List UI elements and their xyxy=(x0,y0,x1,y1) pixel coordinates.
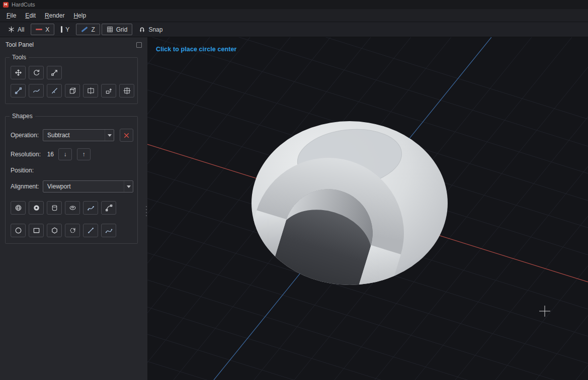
resolution-row: Resolution: 16 ↓ ↑ xyxy=(11,148,133,160)
operation-row: Operation: Subtract xyxy=(11,129,133,142)
alignment-value: Viewport xyxy=(43,183,124,190)
viewport-3d[interactable]: Click to place circle center xyxy=(147,37,588,380)
loop-cut-icon xyxy=(123,87,131,94)
window-title: HardCuts xyxy=(12,2,35,8)
y-axis-icon xyxy=(61,26,62,33)
toolbar-z-label: Z xyxy=(91,26,95,33)
move-icon xyxy=(15,69,22,76)
alignment-select-arrow[interactable] xyxy=(124,181,133,192)
resolution-label: Resolution: xyxy=(11,151,43,158)
menu-render[interactable]: Render xyxy=(40,10,69,21)
title-bar: H HardCuts xyxy=(0,0,588,9)
knife-icon xyxy=(51,87,58,94)
toolbar-all-button[interactable]: All xyxy=(3,24,29,35)
shapes-row-2 xyxy=(11,224,133,237)
tool-mirror-button[interactable] xyxy=(83,84,98,98)
tools-group-label: Tools xyxy=(10,54,29,61)
tools-group: Tools xyxy=(5,57,138,104)
rectangle-icon xyxy=(33,227,40,234)
chevron-down-icon xyxy=(127,185,131,188)
toolbar-y-label: Y xyxy=(65,26,69,33)
shape-circle-button[interactable] xyxy=(11,224,26,237)
curve-points-icon xyxy=(87,204,95,212)
cube-icon xyxy=(69,87,76,94)
cylinder-icon xyxy=(51,204,58,212)
menu-edit[interactable]: Edit xyxy=(21,10,40,21)
extrude-icon xyxy=(105,87,113,94)
resolution-decrease-button[interactable]: ↓ xyxy=(58,148,72,160)
tool-scale-button[interactable] xyxy=(47,66,62,79)
tool-panel-title: Tool Panel xyxy=(6,41,34,48)
model-mesh xyxy=(233,121,448,330)
grid-icon xyxy=(107,26,113,33)
shape-arc-button[interactable] xyxy=(101,201,116,215)
menu-bar: File Edit Render Help xyxy=(0,9,588,22)
position-row: Position: xyxy=(11,167,133,174)
resolution-value: 16 xyxy=(43,151,54,158)
tools-row-2 xyxy=(11,84,133,98)
resolution-increase-button[interactable]: ↑ xyxy=(77,148,91,160)
operation-select[interactable]: Subtract xyxy=(43,129,114,141)
shape-solid-sphere-button[interactable] xyxy=(29,201,44,215)
toolbar-x-axis-button[interactable]: X xyxy=(31,24,54,35)
tool-panel-header: Tool Panel xyxy=(0,37,147,52)
shapes-group: Shapes Operation: Subtract Resolution: 1… xyxy=(5,116,138,244)
shape-uv-sphere-button[interactable] xyxy=(11,201,26,215)
shape-curve-points-button[interactable] xyxy=(83,201,98,215)
z-axis-icon xyxy=(81,27,88,32)
tool-move-button[interactable] xyxy=(11,66,26,79)
tool-draw-line-button[interactable] xyxy=(11,84,26,98)
shape-buttons xyxy=(11,201,133,237)
menu-file[interactable]: File xyxy=(2,10,21,21)
toolbar-y-axis-button[interactable]: Y xyxy=(56,24,74,35)
chevron-down-icon xyxy=(108,134,112,137)
crosshair-cursor xyxy=(539,306,550,317)
tool-loop-cut-button[interactable] xyxy=(119,84,134,98)
shape-line-button[interactable] xyxy=(83,224,98,237)
arc-icon xyxy=(105,204,113,212)
curve-icon xyxy=(105,227,113,234)
main-area: Tool Panel Tools xyxy=(0,37,588,380)
revolve-icon xyxy=(69,227,76,234)
circle-icon xyxy=(15,227,22,234)
operation-label: Operation: xyxy=(11,132,43,139)
toolbar-grid-button[interactable]: Grid xyxy=(102,24,133,35)
tool-rotate-button[interactable] xyxy=(29,66,44,79)
toolbar: All X Y Z Grid Snap xyxy=(0,22,588,37)
tool-cube-button[interactable] xyxy=(65,84,80,98)
polygon-icon xyxy=(51,227,58,234)
x-axis-icon xyxy=(36,29,42,30)
tool-extrude-button[interactable] xyxy=(101,84,116,98)
tool-panel: Tool Panel Tools xyxy=(0,37,147,380)
toolbar-grid-label: Grid xyxy=(116,26,128,33)
operation-value: Subtract xyxy=(43,132,105,139)
alignment-select[interactable]: Viewport xyxy=(43,180,133,193)
shape-torus-button[interactable] xyxy=(65,201,80,215)
shapes-row-1 xyxy=(11,201,133,215)
menu-help[interactable]: Help xyxy=(69,10,91,21)
tools-row-1 xyxy=(11,66,133,79)
magnet-icon xyxy=(139,26,145,33)
float-panel-button[interactable] xyxy=(136,42,142,48)
rotate-icon xyxy=(33,69,40,76)
tool-draw-curve-button[interactable] xyxy=(29,84,44,98)
shape-rectangle-button[interactable] xyxy=(29,224,44,237)
alignment-row: Alignment: Viewport xyxy=(11,180,133,193)
shape-revolve-button[interactable] xyxy=(65,224,80,237)
toolbar-snap-label: Snap xyxy=(148,26,162,33)
draw-curve-icon xyxy=(33,87,40,94)
shape-polygon-button[interactable] xyxy=(47,224,62,237)
operation-select-arrow[interactable] xyxy=(105,130,114,141)
asterisk-icon xyxy=(8,26,15,33)
tool-knife-button[interactable] xyxy=(47,84,62,98)
toolbar-x-label: X xyxy=(45,26,49,33)
toolbar-z-axis-button[interactable]: Z xyxy=(76,24,100,35)
shape-curve-button[interactable] xyxy=(101,224,116,237)
scale-icon xyxy=(51,69,58,76)
arrow-down-icon: ↓ xyxy=(64,151,67,158)
solid-sphere-icon xyxy=(33,204,40,212)
shape-cylinder-button[interactable] xyxy=(47,201,62,215)
clear-shape-button[interactable] xyxy=(120,129,133,142)
viewport-scene xyxy=(147,37,588,380)
toolbar-snap-button[interactable]: Snap xyxy=(134,24,167,35)
